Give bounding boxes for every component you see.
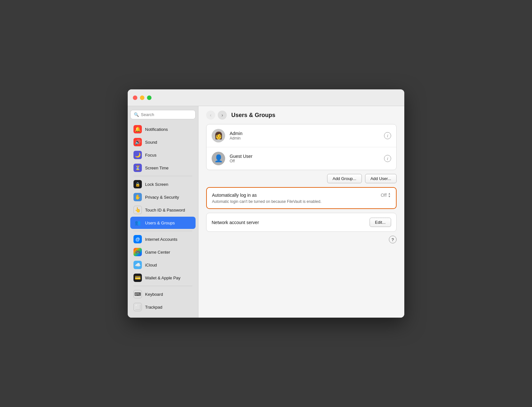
auto-login-section: Automatically log in as Off ▲ ▼ Automati…: [206, 187, 397, 209]
internet-icon: @: [133, 235, 142, 243]
focus-icon: 🌙: [133, 151, 142, 159]
avatar: 👤: [212, 152, 225, 165]
lockscreen-icon: 🔒: [133, 180, 142, 188]
auto-login-header: Automatically log in as Off ▲ ▼: [212, 192, 391, 198]
edit-button[interactable]: Edit...: [370, 218, 391, 227]
sound-icon: 🔊: [133, 138, 142, 146]
sidebar-item-sound[interactable]: 🔊 Sound: [130, 136, 196, 148]
minimize-button[interactable]: [140, 95, 144, 100]
sidebar-item-trackpad[interactable]: ⬜ Trackpad: [130, 301, 196, 313]
user-name: Guest User: [230, 154, 380, 159]
user-name: Admin: [230, 131, 380, 136]
guest-info-button[interactable]: i: [384, 155, 391, 162]
divider: [133, 176, 192, 176]
search-box[interactable]: 🔍: [130, 110, 196, 119]
add-user-button[interactable]: Add User...: [365, 174, 397, 183]
sidebar-item-lockscreen[interactable]: 🔒 Lock Screen: [130, 178, 196, 190]
sidebar-item-label: Privacy & Security: [145, 195, 179, 200]
search-icon: 🔍: [134, 112, 139, 117]
sidebar-item-touchid[interactable]: 👆 Touch ID & Password: [130, 204, 196, 216]
auto-login-label: Automatically log in as: [212, 193, 257, 198]
close-button[interactable]: [133, 95, 137, 100]
main-panel: ‹ › Users & Groups 👩 Admin Admin i: [198, 106, 404, 318]
stepper-arrows: ▲ ▼: [388, 192, 391, 198]
users-icon: 👥: [133, 219, 142, 227]
sidebar-item-label: Users & Groups: [145, 221, 175, 225]
screentime-icon: ⏳: [133, 164, 142, 172]
back-button[interactable]: ‹: [206, 111, 215, 120]
sidebar-item-internet[interactable]: @ Internet Accounts: [130, 233, 196, 245]
page-title: Users & Groups: [231, 112, 275, 119]
sidebar-item-privacy[interactable]: ✋ Privacy & Security: [130, 191, 196, 203]
bottom-row: ?: [206, 236, 397, 243]
sidebar-item-keyboard[interactable]: ⌨ Keyboard: [130, 288, 196, 300]
sidebar-item-label: Lock Screen: [145, 182, 168, 187]
sidebar-item-label: Wallet & Apple Pay: [145, 276, 180, 280]
auto-login-value[interactable]: Off ▲ ▼: [381, 192, 391, 198]
sidebar-item-users[interactable]: 👥 Users & Groups: [130, 217, 196, 229]
traffic-lights: [133, 95, 151, 100]
titlebar: [128, 89, 404, 106]
table-row: 👤 Guest User Off i: [206, 147, 396, 170]
content-area: 🔍 🔔 Notifications 🔊 Sound 🌙: [128, 106, 404, 318]
sidebar-item-screentime[interactable]: ⏳ Screen Time: [130, 162, 196, 174]
panel-content: 👩 Admin Admin i 👤 Guest User Off: [198, 124, 404, 318]
network-label: Network account server: [212, 220, 259, 225]
sidebar-item-gamecenter[interactable]: 🎮 Game Center: [130, 246, 196, 258]
notifications-icon: 🔔: [133, 125, 142, 133]
maximize-button[interactable]: [147, 95, 151, 100]
keyboard-icon: ⌨: [133, 290, 142, 298]
touchid-icon: 👆: [133, 206, 142, 214]
wallet-icon: 💳: [133, 274, 142, 282]
auto-login-current: Off: [381, 193, 387, 198]
divider: [133, 286, 192, 286]
avatar: 👩: [212, 129, 225, 142]
sidebar-item-label: Notifications: [145, 127, 168, 132]
user-role: Off: [230, 159, 380, 163]
icloud-icon: ☁️: [133, 261, 142, 269]
sidebar-item-wallet[interactable]: 💳 Wallet & Apple Pay: [130, 272, 196, 284]
system-preferences-window: 🔍 🔔 Notifications 🔊 Sound 🌙: [128, 89, 404, 318]
nav-header: ‹ › Users & Groups: [198, 106, 404, 124]
privacy-icon: ✋: [133, 193, 142, 201]
sidebar-item-label: Game Center: [145, 250, 170, 255]
sidebar-item-label: Internet Accounts: [145, 237, 177, 242]
auto-login-description: Automatic login can't be turned on becau…: [212, 199, 391, 204]
sidebar-item-label: Trackpad: [145, 305, 162, 310]
sidebar-item-label: iCloud: [145, 263, 157, 267]
user-info: Admin Admin: [230, 131, 380, 140]
sidebar: 🔍 🔔 Notifications 🔊 Sound 🌙: [128, 106, 198, 318]
sidebar-item-label: Touch ID & Password: [145, 208, 185, 213]
search-input[interactable]: [141, 112, 192, 117]
table-row: 👩 Admin Admin i: [206, 124, 396, 147]
sidebar-item-label: Focus: [145, 153, 156, 158]
sidebar-item-notifications[interactable]: 🔔 Notifications: [130, 123, 196, 135]
trackpad-icon: ⬜: [133, 303, 142, 311]
network-section: Network account server Edit...: [206, 213, 397, 232]
forward-button[interactable]: ›: [218, 111, 227, 120]
divider: [133, 231, 192, 231]
action-buttons: Add Group... Add User...: [206, 174, 397, 183]
user-info-button[interactable]: i: [384, 132, 391, 139]
help-button[interactable]: ?: [389, 236, 397, 243]
sidebar-item-label: Sound: [145, 140, 157, 145]
users-list: 👩 Admin Admin i 👤 Guest User Off: [206, 124, 397, 170]
sidebar-item-label: Screen Time: [145, 166, 169, 170]
sidebar-item-label: Keyboard: [145, 292, 163, 297]
gamecenter-icon: 🎮: [133, 248, 142, 256]
sidebar-item-focus[interactable]: 🌙 Focus: [130, 149, 196, 161]
user-role: Admin: [230, 136, 380, 140]
user-info: Guest User Off: [230, 154, 380, 163]
add-group-button[interactable]: Add Group...: [327, 174, 362, 183]
sidebar-item-icloud[interactable]: ☁️ iCloud: [130, 259, 196, 271]
